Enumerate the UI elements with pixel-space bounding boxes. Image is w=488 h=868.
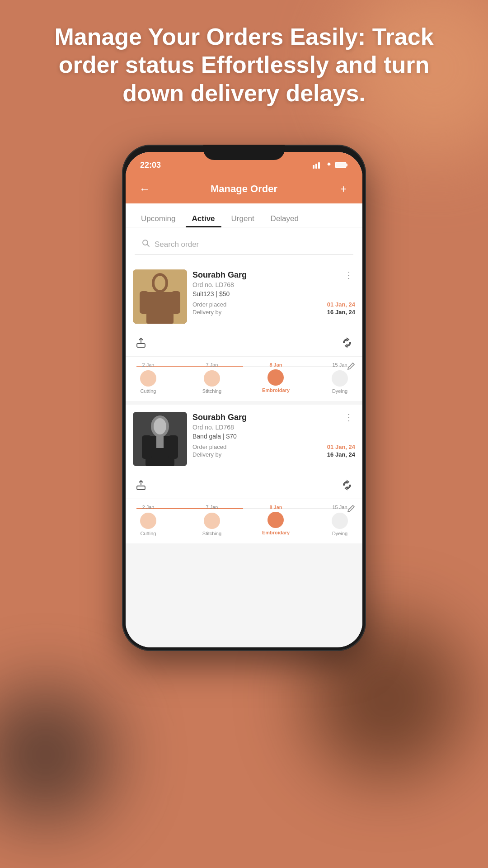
progress-steps-1: 2 Jan Cutting 7 Jan Stitching 8 Jan [135,362,353,394]
tab-bar: Upcoming Active Urgent Delayed [126,203,362,227]
step-stitching-2: 7 Jan Stitching [198,505,225,536]
order-main-2: Sourabh Garg ⋮ Ord no. LD768 Band gala |… [126,405,362,473]
tab-urgent[interactable]: Urgent [225,211,261,227]
order-actions-1 [126,331,362,356]
promo-heading: Manage Your Orders Easily: Track order s… [0,23,488,107]
svg-rect-17 [142,435,152,459]
order-dates-2: Order placed 01 Jan, 24 Delivery by 16 J… [192,443,355,458]
order-progress-2: 2 Jan Cutting 7 Jan Stitching 8 Jan [126,499,362,543]
svg-rect-1 [315,164,317,169]
order-image-2 [133,412,187,466]
order-id-1: Ord no. LD768 [192,281,355,288]
status-icons [313,161,348,169]
page-title: Manage Order [211,183,277,195]
progress-steps-2: 2 Jan Cutting 7 Jan Stitching 8 Jan [135,505,353,536]
order-image-1 [133,269,187,324]
step-circle-embroidary-1 [267,369,284,386]
svg-rect-2 [318,162,320,169]
back-button[interactable]: ← [136,181,153,197]
order-share-icon-2[interactable] [339,477,355,493]
svg-rect-11 [171,291,180,314]
order-actions-2 [126,473,362,499]
tab-delayed[interactable]: Delayed [264,211,305,227]
order-name-2: Sourabh Garg [192,413,247,422]
step-circle-cutting-2 [140,513,156,529]
order-card-2: Sourabh Garg ⋮ Ord no. LD768 Band gala |… [126,405,362,543]
search-box[interactable]: Search order [135,235,353,255]
phone-frame: 22:03 ← Manage Order + [122,145,366,651]
step-dyeing-2: 15 Jan Dyeing [326,505,353,536]
svg-rect-9 [146,292,174,324]
svg-rect-20 [156,434,164,448]
order-placed-label-1: Order placed [192,301,226,308]
orders-list: Sourabh Garg ⋮ Ord no. LD768 Suit123 | $… [126,262,362,647]
app-header: ← Manage Order + [126,175,362,203]
search-container: Search order [126,227,362,262]
order-card: Sourabh Garg ⋮ Ord no. LD768 Suit123 | $… [126,262,362,401]
order-product-1: Suit123 | $50 [192,290,355,297]
order-upload-icon-2[interactable] [133,477,149,493]
order-details-1: Sourabh Garg ⋮ Ord no. LD768 Suit123 | $… [192,269,355,316]
phone-screen: 22:03 ← Manage Order + [126,152,362,647]
tab-upcoming[interactable]: Upcoming [135,211,182,227]
add-button[interactable]: + [335,181,352,197]
phone-notch [203,145,285,160]
delivery-label-1: Delivery by [192,309,221,316]
order-share-icon-1[interactable] [339,335,355,351]
step-dyeing-1: 15 Jan Dyeing [326,362,353,394]
delivery-label-2: Delivery by [192,451,221,458]
order-placed-label-2: Order placed [192,443,226,450]
order-menu-1[interactable]: ⋮ [343,269,355,280]
order-main-1: Sourabh Garg ⋮ Ord no. LD768 Suit123 | $… [126,262,362,331]
svg-rect-21 [137,486,145,490]
step-circle-cutting-1 [140,370,156,387]
search-placeholder: Search order [155,240,199,249]
order-placed-date-1: 01 Jan, 24 [327,301,355,308]
order-details-2: Sourabh Garg ⋮ Ord no. LD768 Band gala |… [192,412,355,458]
order-dates-1: Order placed 01 Jan, 24 Delivery by 16 J… [192,301,355,316]
step-circle-dyeing-1 [332,370,348,387]
status-time: 22:03 [140,160,161,170]
svg-rect-3 [335,162,346,168]
step-embroidary-2: 8 Jan Embroidary [262,505,290,535]
order-upload-icon-1[interactable] [133,335,149,351]
svg-rect-13 [137,344,145,347]
step-circle-embroidary-2 [267,512,284,528]
tab-active[interactable]: Active [186,211,221,227]
order-progress-1: 2 Jan Cutting 7 Jan Stitching 8 Jan [126,356,362,401]
step-circle-stitching-2 [204,513,220,529]
order-placed-date-2: 01 Jan, 24 [327,443,355,450]
step-cutting-2: 2 Jan Cutting [135,505,162,536]
search-icon [142,239,150,250]
step-embroidary-1: 8 Jan Embroidary [262,362,290,393]
svg-rect-4 [347,164,348,166]
order-product-2: Band gala | $70 [192,433,355,440]
order-name-1: Sourabh Garg [192,270,247,280]
svg-rect-10 [140,291,149,314]
step-cutting-1: 2 Jan Cutting [135,362,162,394]
order-menu-2[interactable]: ⋮ [343,412,355,423]
delivery-date-2: 16 Jan, 24 [327,451,355,458]
svg-rect-0 [313,165,314,169]
svg-rect-18 [168,435,178,459]
svg-point-19 [154,418,166,434]
order-id-2: Ord no. LD768 [192,424,355,431]
step-circle-dyeing-2 [332,513,348,529]
delivery-date-1: 16 Jan, 24 [327,309,355,316]
step-circle-stitching-1 [204,370,220,387]
svg-point-12 [155,276,165,290]
svg-line-6 [147,245,150,247]
step-stitching-1: 7 Jan Stitching [198,362,225,394]
